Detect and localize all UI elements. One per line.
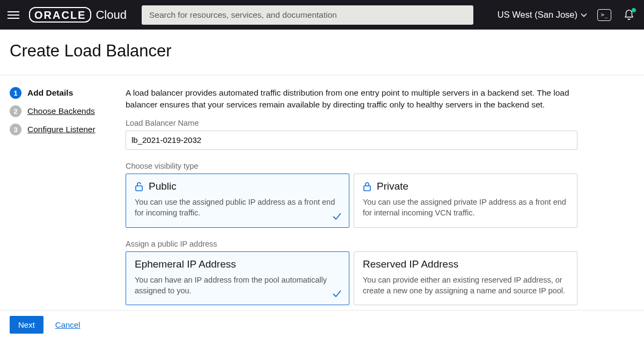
search-input[interactable] xyxy=(142,5,473,25)
option-desc: You can use the assigned public IP addre… xyxy=(135,197,340,219)
global-header: ORACLE Cloud US West (San Jose) >_ xyxy=(0,0,644,30)
option-title: Public xyxy=(149,181,177,192)
step-label: Choose Backends xyxy=(27,106,95,116)
step-number: 1 xyxy=(10,87,21,99)
intro-text: A load balancer provides automated traff… xyxy=(126,87,576,111)
step-label: Configure Listener xyxy=(27,125,96,134)
hamburger-menu-icon[interactable] xyxy=(8,11,19,19)
lb-name-input[interactable] xyxy=(126,131,577,150)
global-search xyxy=(142,5,473,25)
ip-assign-label: Assign a public IP address xyxy=(126,240,634,248)
check-icon xyxy=(332,288,342,299)
visibility-label: Choose visibility type xyxy=(126,162,634,170)
cloud-shell-button[interactable]: >_ xyxy=(597,9,612,21)
step-number: 3 xyxy=(10,124,21,135)
lb-name-label: Load Balancer Name xyxy=(126,119,634,127)
region-label: US West (San Jose) xyxy=(497,10,577,20)
step-label: Add Details xyxy=(27,88,73,98)
ip-reserved-option[interactable]: Reserved IP Address You can provide eith… xyxy=(354,251,577,306)
check-icon xyxy=(332,211,342,222)
step-add-details[interactable]: 1 Add Details xyxy=(10,87,109,99)
svg-rect-1 xyxy=(364,186,370,191)
chevron-down-icon xyxy=(581,12,587,18)
next-button[interactable]: Next xyxy=(10,316,43,334)
terminal-icon: >_ xyxy=(597,9,611,21)
notifications-button[interactable] xyxy=(621,9,636,21)
wizard-steps: 1 Add Details 2 Choose Backends 3 Config… xyxy=(10,87,109,326)
step-choose-backends[interactable]: 2 Choose Backends xyxy=(10,105,109,117)
svg-rect-0 xyxy=(136,186,142,191)
visibility-options: Public You can use the assigned public I… xyxy=(126,174,577,228)
unlock-icon xyxy=(135,182,143,191)
lock-icon xyxy=(363,182,371,191)
visibility-public-option[interactable]: Public You can use the assigned public I… xyxy=(126,174,349,228)
oracle-cloud-logo[interactable]: ORACLE Cloud xyxy=(29,7,127,23)
option-desc: You can provide either an existing reser… xyxy=(363,275,568,297)
option-desc: You can use the assigned private IP addr… xyxy=(363,197,568,219)
logo-oracle-text: ORACLE xyxy=(29,7,91,23)
cancel-link[interactable]: Cancel xyxy=(55,320,80,329)
step-configure-listener[interactable]: 3 Configure Listener xyxy=(10,124,109,135)
option-desc: You can have an IP address from the pool… xyxy=(135,275,340,297)
option-title: Private xyxy=(377,181,408,192)
region-selector[interactable]: US West (San Jose) xyxy=(497,10,587,20)
notification-dot-icon xyxy=(632,8,636,12)
ip-options: Ephemeral IP Address You can have an IP … xyxy=(126,251,577,306)
form-panel: A load balancer provides automated traff… xyxy=(126,87,634,326)
content-area: 1 Add Details 2 Choose Backends 3 Config… xyxy=(0,75,644,326)
step-number: 2 xyxy=(10,105,21,117)
option-title: Ephemeral IP Address xyxy=(135,258,236,270)
option-title: Reserved IP Address xyxy=(363,258,458,270)
ip-ephemeral-option[interactable]: Ephemeral IP Address You can have an IP … xyxy=(126,251,349,306)
visibility-private-option[interactable]: Private You can use the assigned private… xyxy=(354,174,577,228)
logo-cloud-text: Cloud xyxy=(96,8,126,22)
wizard-footer: Next Cancel xyxy=(0,310,644,339)
page-title: Create Load Balancer xyxy=(0,30,644,75)
